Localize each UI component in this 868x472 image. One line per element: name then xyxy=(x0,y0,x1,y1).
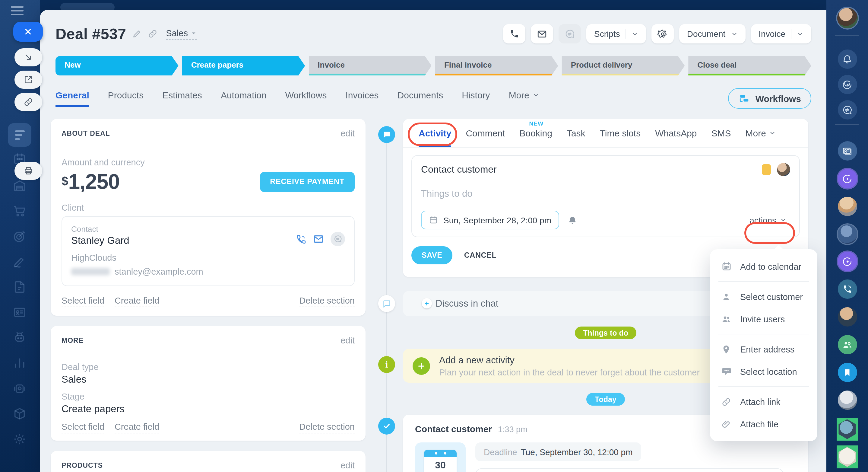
sidebar-item-active-deals[interactable] xyxy=(8,123,31,147)
edit-section-link[interactable]: edit xyxy=(341,461,355,470)
menu-item-select-location[interactable]: Select location xyxy=(710,360,817,383)
tab-products[interactable]: Products xyxy=(108,90,144,107)
menu-item-invite-users[interactable]: Invite users xyxy=(710,308,817,330)
assignee-avatar[interactable] xyxy=(777,163,790,176)
menu-item-enter-address[interactable]: Enter address xyxy=(710,338,817,360)
pipeline-selector[interactable]: Sales xyxy=(166,28,197,39)
tab-whatsapp[interactable]: WhatsApp xyxy=(655,128,697,138)
stage-new[interactable]: New xyxy=(56,56,179,76)
select-field-link[interactable]: Select field xyxy=(62,422,104,433)
contacts-panel-button[interactable] xyxy=(838,141,857,160)
tab-automation[interactable]: Automation xyxy=(221,90,267,107)
workflows-button[interactable]: Workflows xyxy=(728,88,811,109)
call-button[interactable] xyxy=(503,24,525,43)
cancel-button[interactable]: CANCEL xyxy=(464,251,497,260)
target-icon[interactable] xyxy=(9,226,30,246)
tab-estimates[interactable]: Estimates xyxy=(162,90,202,107)
create-field-link[interactable]: Create field xyxy=(115,422,159,433)
stage-create-papers[interactable]: Create papers xyxy=(182,56,305,76)
contact-card[interactable]: Contact Stanley Gard HighClouds stanley@… xyxy=(62,216,355,286)
entry-title[interactable]: Contact customer xyxy=(415,424,492,434)
menu-item-add-to-calendar[interactable]: Add to calendar xyxy=(710,255,817,278)
stage-final-invoice[interactable]: Final invoice xyxy=(435,56,558,76)
edit-section-link[interactable]: edit xyxy=(341,335,355,345)
tab-more[interactable]: More xyxy=(509,90,539,107)
call-contact-icon[interactable] xyxy=(296,234,306,244)
hex-avatar[interactable] xyxy=(836,445,858,468)
calls-button[interactable] xyxy=(838,279,857,299)
menu-item-attach-link[interactable]: Attach link xyxy=(710,390,817,413)
invoice-button[interactable]: Invoice xyxy=(751,24,811,43)
current-user-avatar[interactable] xyxy=(837,8,858,28)
actions-dropdown-button[interactable]: actions xyxy=(749,215,790,225)
hex-avatar[interactable] xyxy=(836,418,858,441)
user-avatar[interactable] xyxy=(838,197,857,216)
contact-card-icon[interactable] xyxy=(9,302,30,322)
copy-url-button[interactable] xyxy=(14,93,42,111)
print-button[interactable] xyxy=(14,162,42,180)
tab-comment[interactable]: Comment xyxy=(466,128,505,138)
bookmarks-button[interactable] xyxy=(838,363,857,382)
tab-documents[interactable]: Documents xyxy=(398,90,443,107)
email-contact-icon[interactable] xyxy=(313,234,324,244)
messenger-button[interactable] xyxy=(838,100,857,119)
scripts-button[interactable]: Scripts xyxy=(586,24,646,43)
tab-activity[interactable]: Activity xyxy=(418,128,451,138)
document-edit-icon[interactable] xyxy=(9,276,30,297)
edit-title-icon[interactable] xyxy=(132,29,142,39)
ai-assistant-button[interactable] xyxy=(838,75,857,94)
stage-invoice[interactable]: Invoice xyxy=(309,56,432,76)
contact-name[interactable]: Stanley Gard xyxy=(71,235,129,246)
document-button[interactable]: Document xyxy=(679,24,746,43)
tab-sms[interactable]: SMS xyxy=(711,128,731,138)
description-placeholder[interactable]: Things to do xyxy=(421,188,790,199)
ai-copilot-button[interactable] xyxy=(838,252,857,271)
email-button[interactable] xyxy=(531,24,553,43)
collapse-button[interactable] xyxy=(14,48,42,66)
edit-section-link[interactable]: edit xyxy=(341,128,355,138)
contact-email[interactable]: stanley@example.com xyxy=(115,267,203,276)
open-in-new-button[interactable] xyxy=(14,70,42,89)
tab-task[interactable]: Task xyxy=(567,128,585,138)
user-avatar[interactable] xyxy=(838,225,857,244)
user-avatar[interactable] xyxy=(838,307,857,327)
notifications-button[interactable] xyxy=(838,50,857,69)
reminder-bell-icon[interactable] xyxy=(568,215,577,225)
tab-booking[interactable]: NEW Booking xyxy=(519,128,552,138)
select-field-link[interactable]: Select field xyxy=(62,296,104,307)
tab-workflows[interactable]: Workflows xyxy=(285,90,327,107)
color-tag[interactable] xyxy=(762,164,771,175)
activity-title-input[interactable]: Contact customer xyxy=(421,164,497,175)
tab-more[interactable]: More xyxy=(746,128,776,138)
delete-section-link[interactable]: Delete section xyxy=(299,296,355,307)
cart-icon[interactable] xyxy=(9,200,30,221)
datetime-picker[interactable]: Sun, September 28, 2:00 pm xyxy=(421,211,559,229)
tab-invoices[interactable]: Invoices xyxy=(345,90,378,107)
contact-company[interactable]: HighClouds xyxy=(71,253,345,263)
close-button[interactable] xyxy=(13,22,43,42)
ai-copilot-button[interactable] xyxy=(838,169,857,188)
hamburger-menu-icon[interactable] xyxy=(11,6,24,15)
user-avatar[interactable] xyxy=(838,390,857,410)
team-button[interactable] xyxy=(838,335,857,354)
delete-section-link[interactable]: Delete section xyxy=(299,422,355,433)
add-participant-icon[interactable]: + xyxy=(422,298,432,308)
robot-icon[interactable] xyxy=(9,327,30,348)
tab-general[interactable]: General xyxy=(56,90,89,107)
bar-chart-icon[interactable] xyxy=(9,353,30,373)
tab-history[interactable]: History xyxy=(462,90,490,107)
create-field-link[interactable]: Create field xyxy=(115,296,159,307)
gear-dim-icon[interactable] xyxy=(9,429,30,449)
settings-button[interactable] xyxy=(651,24,674,43)
package-icon[interactable] xyxy=(9,403,30,424)
tab-time-slots[interactable]: Time slots xyxy=(600,128,641,138)
stage-close-deal[interactable]: Close deal xyxy=(688,56,811,76)
menu-item-select-customer[interactable]: Select customer xyxy=(710,286,817,308)
camera-icon[interactable] xyxy=(9,378,30,399)
menu-item-attach-file[interactable]: Attach file xyxy=(710,413,817,435)
signature-pen-icon[interactable] xyxy=(9,251,30,272)
receive-payment-button[interactable]: RECEIVE PAYMENT xyxy=(260,172,355,191)
stage-product-delivery[interactable]: Product delivery xyxy=(562,56,685,76)
copy-link-icon[interactable] xyxy=(148,29,157,39)
entry-note-input[interactable] xyxy=(475,468,783,472)
